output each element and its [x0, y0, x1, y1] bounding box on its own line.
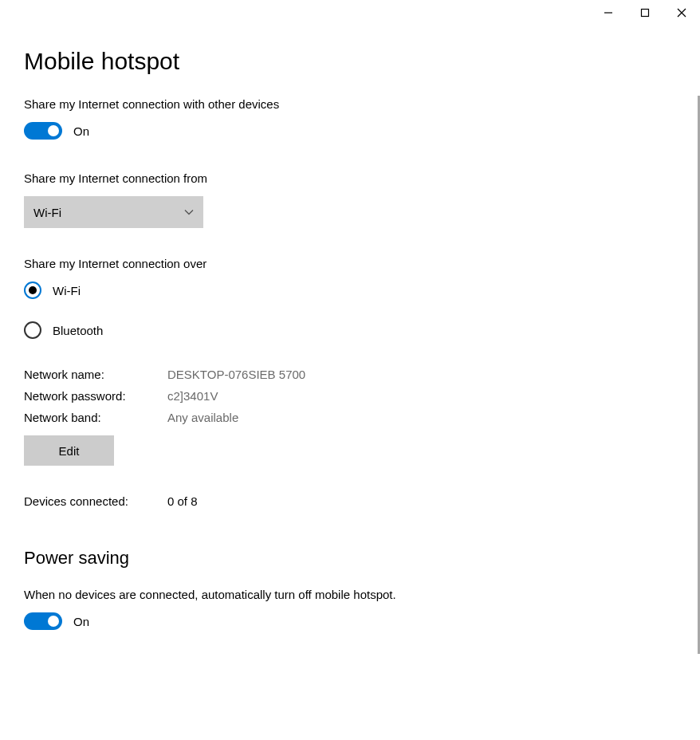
- network-password-value: c2]3401V: [167, 389, 218, 403]
- share-over-label: Share my Internet connection over: [24, 257, 676, 270]
- radio-wifi[interactable]: Wi-Fi: [24, 281, 676, 299]
- power-saving-status: On: [73, 615, 89, 628]
- devices-connected-value: 0 of 8: [167, 494, 198, 508]
- settings-content: Mobile hotspot Share my Internet connect…: [0, 0, 700, 740]
- network-name-value: DESKTOP-076SIEB 5700: [167, 368, 305, 381]
- share-from-selected: Wi-Fi: [33, 206, 61, 219]
- page-title: Mobile hotspot: [24, 48, 676, 75]
- radio-button-icon: [24, 281, 41, 299]
- share-over-radio-group: Wi-Fi Bluetooth: [24, 281, 676, 339]
- network-name-label: Network name:: [24, 368, 167, 381]
- network-password-label: Network password:: [24, 389, 167, 403]
- radio-button-icon: [24, 321, 41, 339]
- radio-bluetooth[interactable]: Bluetooth: [24, 321, 676, 339]
- toggle-knob: [48, 616, 59, 627]
- radio-bluetooth-label: Bluetooth: [53, 324, 103, 337]
- share-connection-toggle[interactable]: [24, 122, 62, 140]
- power-saving-title: Power saving: [24, 548, 676, 569]
- edit-button[interactable]: Edit: [24, 435, 114, 466]
- share-connection-status: On: [73, 124, 89, 138]
- devices-connected-label: Devices connected:: [24, 494, 167, 508]
- chevron-down-icon: [184, 209, 194, 215]
- radio-wifi-label: Wi-Fi: [53, 284, 81, 297]
- toggle-knob: [48, 125, 59, 136]
- share-from-dropdown[interactable]: Wi-Fi: [24, 196, 203, 228]
- network-info: Network name: DESKTOP-076SIEB 5700 Netwo…: [24, 368, 676, 424]
- share-from-label: Share my Internet connection from: [24, 171, 676, 185]
- network-band-label: Network band:: [24, 411, 167, 424]
- share-connection-label: Share my Internet connection with other …: [24, 97, 676, 111]
- network-band-value: Any available: [167, 411, 238, 424]
- power-saving-label: When no devices are connected, automatic…: [24, 588, 676, 601]
- power-saving-toggle[interactable]: [24, 612, 62, 630]
